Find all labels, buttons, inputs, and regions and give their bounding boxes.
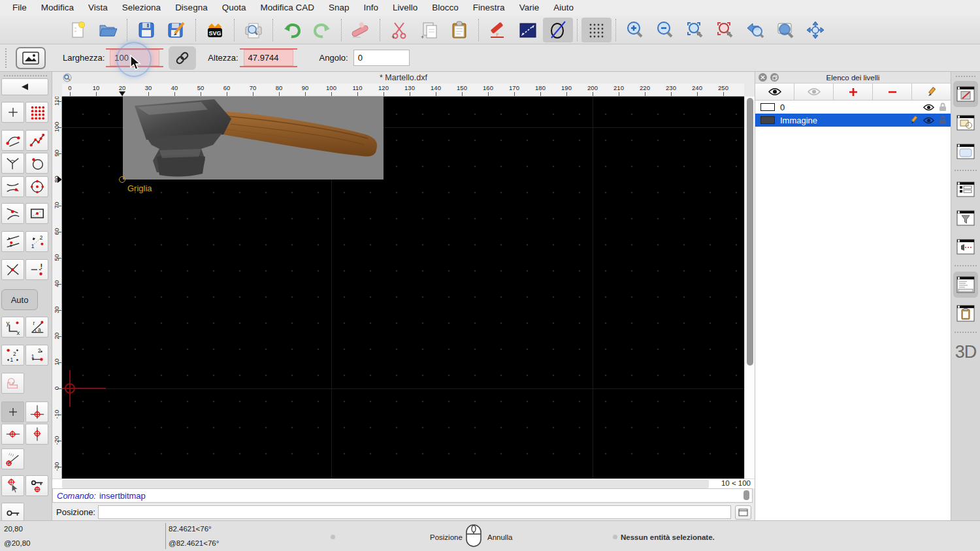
lock-relative-zero-button[interactable]	[25, 475, 48, 496]
delete-button[interactable]	[346, 18, 376, 42]
remove-layer-button[interactable]	[873, 84, 912, 100]
menu-item-livello[interactable]: Livello	[385, 0, 425, 16]
menu-item-file[interactable]: File	[5, 0, 34, 16]
menu-item-modifica[interactable]: Modifica	[34, 0, 81, 16]
zoom-window-button[interactable]	[770, 18, 800, 42]
snap-reference-button[interactable]	[25, 153, 48, 174]
pan-button[interactable]	[800, 18, 830, 42]
scrollbar-thumb[interactable]	[747, 98, 753, 366]
snap-distance-manual-button[interactable]: 12	[25, 231, 48, 252]
layer-list-panel-button[interactable]	[953, 81, 978, 107]
insert-image-tool-button[interactable]	[16, 47, 46, 69]
add-layer-button[interactable]	[834, 84, 873, 100]
snap-grid-button[interactable]	[25, 102, 48, 123]
snap-intersection-button[interactable]	[1, 259, 24, 280]
paste-button[interactable]	[444, 18, 474, 42]
restrict-off-button[interactable]	[1, 373, 24, 394]
3d-dock-label[interactable]: 3D	[955, 342, 977, 362]
restrict-horizontal-button[interactable]	[1, 424, 24, 445]
snap-endpoints-button[interactable]	[1, 130, 24, 151]
layer-row-0[interactable]: 0	[755, 101, 951, 114]
show-all-layers-button[interactable]	[755, 84, 794, 100]
drawing-canvas[interactable]: Griglia	[62, 97, 744, 479]
coordinate-cartesian-button[interactable]: yx	[1, 317, 24, 338]
menu-item-blocco[interactable]: Blocco	[425, 0, 466, 16]
menu-item-modifica-cad[interactable]: Modifica CAD	[253, 0, 321, 16]
svg-export-button[interactable]: SVG	[200, 18, 230, 42]
snap-free-button[interactable]	[1, 102, 24, 123]
restrict-nothing-button[interactable]	[1, 401, 24, 422]
save-as-button[interactable]	[161, 18, 191, 42]
command-line[interactable]: Comando: insertbitmap	[52, 488, 753, 503]
restrict-vertical-button[interactable]	[25, 424, 48, 445]
back-button[interactable]	[1, 78, 48, 95]
toolbar-drag-handle[interactable]	[4, 75, 47, 76]
relative-cartesian-button[interactable]: 12	[1, 345, 24, 366]
position-input[interactable]	[98, 505, 731, 519]
link-dimensions-button[interactable]	[169, 46, 196, 70]
menu-item-snap[interactable]: Snap	[321, 0, 357, 16]
snap-on-entity-button[interactable]	[25, 130, 48, 151]
angle-input[interactable]	[353, 50, 410, 66]
open-file-button[interactable]	[93, 18, 123, 42]
snap-perpendicular-button[interactable]	[1, 153, 24, 174]
previous-view-button[interactable]	[740, 18, 770, 42]
command-scrollbar-thumb[interactable]	[743, 490, 749, 500]
snap-auto-button[interactable]	[1, 203, 24, 224]
measure-distance-button[interactable]	[513, 18, 543, 42]
layer-lock-icon[interactable]	[939, 116, 947, 125]
inserted-bitmap-hammer[interactable]	[123, 97, 384, 180]
zoom-out-button[interactable]	[650, 18, 680, 42]
canvas-horizontal-scrollbar[interactable]: 10 < 100	[52, 479, 755, 488]
undo-button[interactable]	[277, 18, 307, 42]
menu-item-seleziona[interactable]: Seleziona	[115, 0, 168, 16]
dock-drag-handle[interactable]	[956, 76, 975, 77]
layer-visible-icon[interactable]	[923, 117, 934, 124]
menu-item-vista[interactable]: Vista	[81, 0, 115, 16]
draw-ellipse-button[interactable]	[543, 18, 573, 42]
selection-filter-panel-button[interactable]	[953, 205, 978, 231]
layer-edit-icon[interactable]	[909, 116, 919, 125]
scrollbar-thumb[interactable]	[62, 480, 709, 488]
zoom-in-button[interactable]	[620, 18, 650, 42]
save-button[interactable]	[131, 18, 161, 42]
menu-item-info[interactable]: Info	[357, 0, 386, 16]
menu-item-disegna[interactable]: Disegna	[168, 0, 215, 16]
command-widget-panel-button[interactable]	[953, 234, 978, 260]
command-line-panel-button[interactable]	[953, 272, 978, 298]
snap-auto-toggle-button[interactable]: Auto	[1, 289, 38, 310]
copy-button[interactable]: +	[414, 18, 444, 42]
canvas-vertical-scrollbar[interactable]	[744, 97, 755, 479]
snap-distance-button[interactable]	[1, 231, 24, 252]
zoom-selection-button[interactable]	[710, 18, 740, 42]
menu-item-quota[interactable]: Quota	[215, 0, 253, 16]
layer-lock-icon[interactable]	[939, 102, 947, 112]
restrict-orthogonal-button[interactable]	[25, 401, 48, 422]
redo-button[interactable]	[307, 18, 337, 42]
toggle-command-window-button[interactable]	[735, 505, 751, 520]
property-editor-panel-button[interactable]	[953, 138, 978, 165]
clipboard-panel-button[interactable]	[953, 300, 978, 326]
snap-tangent-button[interactable]	[1, 176, 24, 197]
cut-button[interactable]: +	[384, 18, 414, 42]
library-browser-panel-button[interactable]	[953, 176, 978, 202]
block-list-panel-button[interactable]	[953, 110, 978, 136]
snap-center-button[interactable]	[25, 176, 48, 197]
layer-row-immagine[interactable]: Immagine	[755, 114, 951, 127]
menu-item-aiuto[interactable]: Aiuto	[546, 0, 581, 16]
toolbar-drag-handle[interactable]	[5, 48, 10, 68]
menu-item-finestra[interactable]: Finestra	[466, 0, 512, 16]
layer-visible-icon[interactable]	[923, 104, 934, 111]
set-relative-zero-button[interactable]	[1, 475, 24, 496]
auto-zoom-button[interactable]	[680, 18, 710, 42]
new-file-button[interactable]	[63, 18, 93, 42]
draw-freehand-button[interactable]	[483, 18, 513, 42]
hide-all-layers-button[interactable]	[794, 84, 834, 100]
snap-middle-button[interactable]	[25, 203, 48, 224]
show-grid-button[interactable]	[581, 18, 612, 42]
coordinate-polar-button[interactable]: ra	[25, 317, 48, 338]
restrict-angle-button[interactable]	[1, 449, 24, 469]
snap-intersection-manual-button[interactable]: !	[25, 259, 48, 280]
height-input[interactable]	[244, 50, 293, 66]
print-preview-button[interactable]	[238, 18, 269, 42]
